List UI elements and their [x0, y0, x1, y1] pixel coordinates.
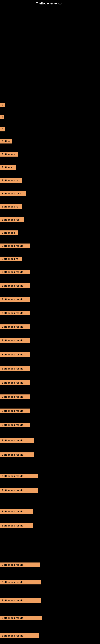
bottleneck-result-item[interactable]: Bottleneck result [0, 474, 38, 478]
bottleneck-result-item[interactable]: Bottleneck result [0, 352, 30, 357]
bottleneck-result-item[interactable]: B [0, 127, 5, 132]
bottleneck-result-item[interactable]: Bottleneck result [0, 297, 30, 302]
bottleneck-result-item[interactable]: Bottleneck result [0, 311, 30, 315]
bottleneck-result-item[interactable]: Bottleneck result [0, 324, 30, 329]
bottleneck-result-item[interactable]: Bottleneck re [0, 256, 22, 261]
bottleneck-result-item[interactable]: Bottlene [0, 165, 16, 170]
bottleneck-result-item[interactable]: Bottleneck re [0, 204, 22, 209]
bottleneck-result-item[interactable]: Bottleneck result [0, 394, 30, 399]
bottleneck-result-item[interactable]: Bottleneck result [0, 244, 30, 248]
bottleneck-result-item[interactable]: Bottleneck result [0, 523, 33, 528]
bottleneck-result-item[interactable]: Bottleneck result [0, 380, 30, 385]
bottleneck-result-item[interactable]: Bottleneck re [0, 178, 22, 183]
bottleneck-result-item[interactable]: Bottleneck [0, 230, 18, 235]
bottleneck-result-item[interactable]: Bottleneck result [0, 366, 30, 371]
bottleneck-result-item[interactable]: Bottleneck result [0, 616, 42, 620]
bottleneck-result-item[interactable]: Bottleneck resu [0, 191, 26, 196]
cursor: | [0, 96, 1, 101]
bottleneck-result-item[interactable]: Bottleneck result [0, 633, 39, 638]
bottleneck-result-item[interactable]: E [0, 115, 4, 119]
bottleneck-result-item[interactable]: Bottleneck result [0, 283, 30, 288]
bottleneck-result-item[interactable]: Bottleneck result [0, 452, 34, 457]
bottleneck-result-item[interactable]: Bottler [0, 139, 12, 144]
bottleneck-result-item[interactable]: Bottleneck result [0, 509, 33, 514]
bottleneck-result-item[interactable]: Bottleneck result [0, 580, 41, 584]
bottleneck-result-item[interactable]: Bottleneck result [0, 488, 38, 493]
bottleneck-result-item[interactable]: Bottleneck res [0, 217, 24, 222]
bottleneck-result-item[interactable]: Bottleneck result [0, 338, 30, 343]
site-title: TheBottlenecker.com [36, 2, 64, 5]
bottleneck-result-item[interactable]: Bottleneck result [0, 270, 30, 274]
bottleneck-result-item[interactable]: B [0, 103, 5, 107]
bottleneck-result-item[interactable]: Bottleneck result [0, 438, 34, 443]
bottleneck-result-item[interactable]: Bottleneck result [0, 562, 40, 567]
bottleneck-result-item[interactable]: Bottleneck result [0, 408, 30, 413]
bottleneck-result-item[interactable]: Bottleneck result [0, 598, 41, 603]
bottleneck-result-item[interactable]: Bottleneck result [0, 422, 30, 427]
bottleneck-result-item[interactable]: Bottleneck [0, 152, 18, 156]
